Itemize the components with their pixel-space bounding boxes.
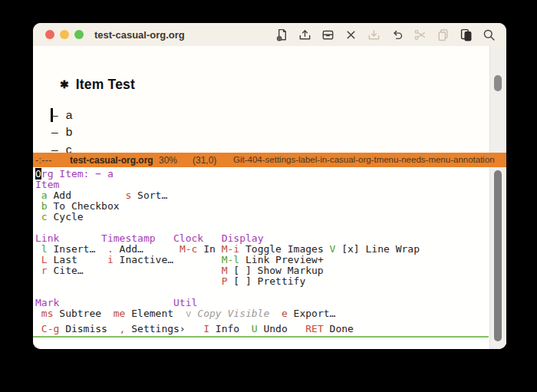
label-prettify[interactable]: [ ] Prettify: [227, 275, 305, 287]
group-header-timestamp: Timestamp: [101, 232, 155, 244]
paste-icon[interactable]: [459, 28, 473, 42]
label-add[interactable]: Add: [48, 189, 71, 201]
group-header-util: Util: [173, 297, 197, 308]
save-buffer-icon[interactable]: [367, 28, 381, 42]
menu-text: [288, 323, 305, 334]
key-link-preview[interactable]: M-l: [222, 254, 239, 265]
menu-line: a Add s Sort…: [35, 190, 420, 201]
key-last-link[interactable]: L: [41, 254, 48, 265]
screen: { "window": { "title": "test-casual-org.…: [0, 0, 537, 392]
key-clock-in[interactable]: M-c: [180, 243, 197, 255]
scrollbar-thumb[interactable]: [494, 170, 502, 341]
menu-text: [173, 308, 186, 319]
label-cycle[interactable]: Cycle: [48, 211, 84, 222]
cursor-block: O: [35, 168, 41, 180]
label-last-link[interactable]: Last: [48, 254, 77, 265]
key-mark-subtree[interactable]: ms: [41, 308, 54, 319]
item-text: a: [66, 108, 73, 122]
item-text: b: [66, 125, 73, 139]
label-link-preview[interactable]: Link Preview+: [239, 254, 324, 265]
directory-icon[interactable]: [321, 28, 335, 42]
group-header-display: Display: [222, 232, 264, 244]
label-inactive-timestamp[interactable]: Inactive…: [114, 254, 173, 265]
menu-text: [35, 243, 41, 255]
cut-icon[interactable]: [413, 28, 427, 42]
new-file-icon[interactable]: [275, 28, 289, 42]
key-cycle[interactable]: c: [41, 211, 48, 222]
menu-text: [35, 265, 41, 276]
key-to-checkbox[interactable]: b: [41, 200, 48, 212]
menu-title-line: Org Item: − a: [35, 169, 420, 180]
key-done[interactable]: RET: [305, 323, 323, 334]
copy-icon[interactable]: [436, 28, 450, 42]
label-cite[interactable]: Cite…: [48, 265, 84, 276]
item-bullet: –: [51, 108, 58, 122]
key-mark-element[interactable]: me: [114, 308, 126, 319]
undo-icon[interactable]: [390, 28, 404, 42]
menu-text: [59, 297, 173, 308]
key-inactive-timestamp[interactable]: i: [107, 254, 114, 265]
label-info[interactable]: Info: [209, 323, 239, 334]
menu-text: [35, 189, 41, 201]
key-add[interactable]: a: [41, 189, 48, 201]
org-list-item[interactable]: –b: [51, 125, 72, 139]
search-icon[interactable]: [482, 28, 496, 42]
key-dismiss[interactable]: C-g: [41, 323, 59, 334]
label-insert-link[interactable]: Insert…: [48, 243, 96, 255]
mode-line: -:--- test-casual-org.org 30% (31,0) Git…: [33, 153, 506, 167]
label-undo[interactable]: Undo: [258, 323, 288, 334]
label-settings[interactable]: Settings›: [125, 323, 185, 334]
modeline-percent: 30%: [159, 155, 177, 166]
label-sort[interactable]: Sort…: [131, 189, 167, 201]
group-header-clock: Clock: [173, 232, 203, 244]
minimize-window-button[interactable]: [60, 30, 69, 39]
menu-footer-row: C-g Dismiss , Settings› I Info U Undo RE…: [35, 324, 420, 334]
org-list-item[interactable]: –c: [51, 143, 71, 153]
label-to-checkbox[interactable]: To Checkbox: [48, 200, 120, 212]
org-heading[interactable]: ✱Item Test: [60, 77, 135, 93]
menu-text: [77, 254, 107, 265]
group-headers-row: Mark Util: [35, 298, 420, 308]
menu-line: b To Checkbox: [35, 201, 420, 212]
org-list-item[interactable]: –a: [51, 108, 72, 122]
key-export[interactable]: e: [282, 308, 288, 319]
menu-text: [203, 232, 221, 244]
menu-text: [269, 308, 282, 319]
scrollbar-track[interactable]: [489, 46, 506, 153]
titlebar: test-casual-org.org: [33, 23, 506, 47]
key-info[interactable]: I: [203, 323, 209, 334]
label-export[interactable]: Export…: [288, 308, 336, 319]
label-add-timestamp[interactable]: Add…: [114, 243, 143, 255]
menu-text: [143, 243, 180, 255]
label-copy-visible: Copy Visible: [192, 308, 270, 319]
close-buffer-icon[interactable]: [344, 28, 358, 42]
label-clock-in[interactable]: In: [197, 243, 215, 255]
menu-line: r Cite… M [ ] Show Markup: [35, 265, 420, 276]
key-insert-link[interactable]: l: [41, 243, 48, 255]
key-undo[interactable]: U: [252, 323, 258, 334]
menu-text: [35, 200, 41, 212]
label-mark-subtree[interactable]: Subtree: [53, 308, 101, 319]
close-window-button[interactable]: [45, 30, 54, 39]
key-cite[interactable]: r: [41, 265, 48, 276]
label-dismiss[interactable]: Dismiss: [59, 323, 107, 334]
zoom-window-button[interactable]: [74, 30, 84, 39]
group-header-mark: Mark: [35, 297, 59, 308]
label-line-wrap[interactable]: [x] Line Wrap: [335, 243, 420, 255]
key-toggle-images[interactable]: M-i: [222, 243, 239, 255]
open-file-icon[interactable]: [298, 28, 312, 42]
menu-separator-line: [33, 336, 489, 338]
label-show-markup[interactable]: [ ] Show Markup: [227, 265, 323, 276]
menu-line: L Last i Inactive… M-l Link Preview+: [35, 255, 420, 265]
label-mark-element[interactable]: Element: [125, 308, 173, 319]
scrollbar-thumb[interactable]: [494, 75, 502, 91]
key-add-timestamp[interactable]: .: [107, 243, 114, 255]
menu-text: [101, 308, 114, 319]
label-done[interactable]: Done: [324, 323, 354, 334]
org-buffer-pane[interactable]: ✱Item Test –a –b –c ✱Checkbox Test: [33, 46, 506, 153]
label-toggle-images[interactable]: Toggle Images: [239, 243, 324, 255]
emacs-window: test-casual-org.org: [33, 23, 506, 349]
transient-menu-pane: Org Item: − aItem a Add s Sort… b To Che…: [33, 167, 506, 349]
modeline-prefix: -:---: [35, 155, 52, 166]
scrollbar-track[interactable]: [489, 167, 506, 349]
